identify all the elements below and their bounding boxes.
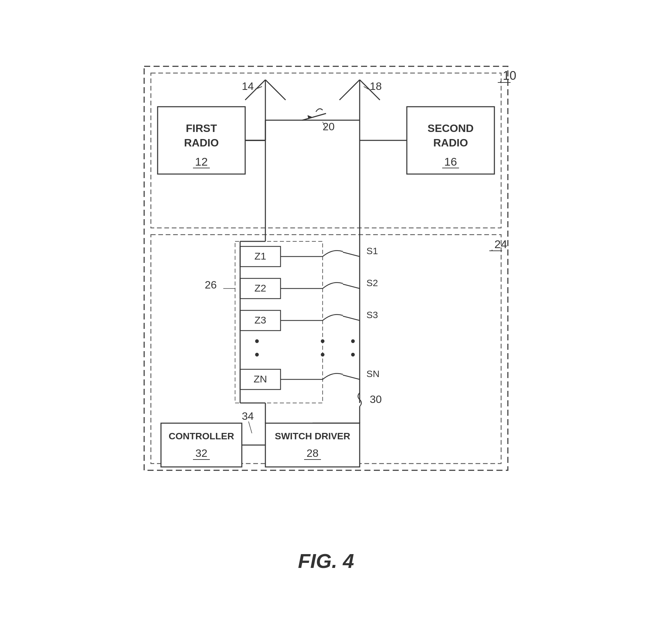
system-number-label: 10	[503, 69, 516, 82]
module-number-label: 24	[494, 238, 507, 250]
figure-title: FIG. 4	[298, 550, 354, 572]
svg-line-16	[339, 80, 360, 100]
zn-label: ZN	[253, 373, 267, 385]
controller-number: 32	[195, 447, 208, 459]
switch-dots4: •	[351, 347, 355, 362]
connection-number: 34	[242, 410, 254, 422]
svg-line-20	[302, 113, 326, 120]
first-radio-number: 12	[195, 155, 208, 168]
svg-line-48	[343, 316, 360, 320]
svg-line-46	[343, 284, 360, 288]
switch-dots3: •	[351, 334, 355, 348]
switch-driver-line1: SWITCH DRIVER	[275, 431, 350, 441]
z2-label: Z2	[254, 282, 266, 293]
controller-line1: CONTROLLER	[169, 431, 234, 441]
svg-line-44	[343, 252, 360, 256]
page: 10 24 FIRST RADIO 12 SECOND RADIO 16	[0, 0, 652, 644]
svg-line-13	[265, 80, 286, 100]
second-radio-line1: SECOND	[428, 122, 474, 134]
s3-label: S3	[366, 310, 378, 320]
svg-rect-53	[265, 423, 360, 467]
z1-label: Z1	[254, 250, 266, 261]
svg-line-58	[248, 421, 252, 433]
antenna2-number: 18	[370, 80, 382, 92]
switch-number: 20	[323, 120, 335, 133]
s1-label: S1	[366, 246, 378, 256]
z3-label: Z3	[254, 314, 266, 326]
s2-label: S2	[366, 278, 378, 288]
second-radio-line2: RADIO	[433, 137, 468, 149]
antenna1-number: 14	[242, 80, 254, 92]
svg-rect-55	[161, 423, 242, 467]
impedance-dots: •	[254, 334, 259, 348]
switch-dots2: •	[320, 347, 325, 362]
first-radio-line1: FIRST	[186, 122, 217, 134]
first-radio-line2: RADIO	[184, 137, 219, 149]
svg-line-50	[343, 375, 360, 380]
second-radio-number: 16	[444, 155, 457, 168]
diagram-svg: 10 24 FIRST RADIO 12 SECOND RADIO 16	[124, 53, 528, 591]
antenna-module-number: 26	[205, 279, 217, 291]
switch-dots: •	[320, 334, 325, 348]
switch-driver-number: 28	[306, 447, 319, 459]
impedance-dots2: •	[254, 347, 259, 362]
sn-label: SN	[366, 369, 380, 379]
diagram-wrapper: 10 24 FIRST RADIO 12 SECOND RADIO 16	[124, 53, 528, 591]
line30-number: 30	[370, 393, 382, 405]
